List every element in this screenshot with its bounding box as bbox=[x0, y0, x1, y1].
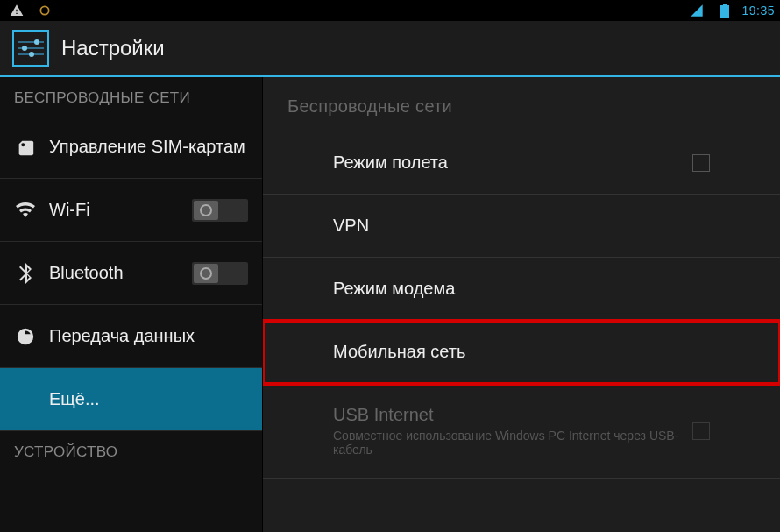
svg-point-6 bbox=[22, 46, 27, 51]
main-panel: Беспроводные сети Режим полета VPN Режим… bbox=[263, 77, 780, 532]
svg-rect-1 bbox=[720, 5, 729, 18]
usb-internet-checkbox bbox=[692, 422, 710, 440]
sidebar-item-sim[interactable]: Управление SIM-картам bbox=[0, 116, 262, 179]
list-item-label: USB Internet bbox=[333, 405, 692, 425]
svg-point-4 bbox=[34, 39, 39, 45]
android-settings-screen: 19:35 Настройки БЕСПРОВОДНЫЕ СЕТИ bbox=[0, 0, 780, 532]
sync-icon bbox=[33, 0, 56, 22]
wifi-icon bbox=[14, 199, 37, 222]
svg-rect-2 bbox=[723, 4, 727, 5]
list-item-airplane-mode[interactable]: Режим полета bbox=[263, 131, 780, 195]
battery-icon bbox=[713, 0, 736, 22]
sidebar-item-bluetooth[interactable]: Bluetooth bbox=[0, 242, 262, 305]
list-item-mobile-network[interactable]: Мобильная сеть bbox=[263, 321, 780, 384]
bluetooth-toggle[interactable] bbox=[192, 262, 248, 285]
sidebar-section-device: УСТРОЙСТВО bbox=[0, 431, 262, 470]
list-item-sub: Совместное использование Windows PC Inte… bbox=[333, 429, 692, 457]
sidebar-item-label: Bluetooth bbox=[49, 263, 180, 283]
warning-icon bbox=[5, 0, 28, 22]
sidebar-section-wireless: БЕСПРОВОДНЫЕ СЕТИ bbox=[0, 77, 262, 116]
body-split: БЕСПРОВОДНЫЕ СЕТИ Управление SIM-картам … bbox=[0, 77, 780, 532]
list-item-usb-internet: USB Internet Совместное использование Wi… bbox=[263, 384, 780, 479]
list-item-label: Мобильная сеть bbox=[333, 342, 710, 362]
svg-point-8 bbox=[29, 52, 34, 57]
airplane-checkbox[interactable] bbox=[692, 154, 710, 172]
sidebar-item-label: Управление SIM-картам bbox=[49, 137, 248, 157]
page-title: Настройки bbox=[61, 36, 165, 60]
signal-icon bbox=[685, 0, 708, 22]
settings-app-icon bbox=[12, 30, 49, 67]
sidebar: БЕСПРОВОДНЫЕ СЕТИ Управление SIM-картам … bbox=[0, 77, 263, 532]
clock-text: 19:35 bbox=[741, 4, 775, 18]
sidebar-item-data-usage[interactable]: Передача данных bbox=[0, 305, 262, 368]
list-item-label: Режим полета bbox=[333, 153, 692, 173]
list-item-vpn[interactable]: VPN bbox=[263, 195, 780, 258]
list-item-tethering[interactable]: Режим модема bbox=[263, 258, 780, 321]
list-item-label: Режим модема bbox=[333, 279, 710, 299]
data-usage-icon bbox=[14, 325, 37, 348]
sidebar-item-label: Wi-Fi bbox=[49, 200, 180, 220]
bluetooth-icon bbox=[14, 262, 37, 285]
sim-icon bbox=[14, 136, 37, 159]
sidebar-item-wifi[interactable]: Wi-Fi bbox=[0, 179, 262, 242]
list-item-label: VPN bbox=[333, 216, 710, 236]
svg-point-9 bbox=[21, 143, 25, 146]
wifi-toggle[interactable] bbox=[192, 199, 248, 222]
blank-icon bbox=[14, 388, 37, 411]
status-bar: 19:35 bbox=[0, 0, 780, 21]
sidebar-item-label: Ещё... bbox=[49, 389, 248, 409]
title-bar: Настройки bbox=[0, 21, 780, 77]
main-section-header: Беспроводные сети bbox=[263, 77, 780, 131]
svg-point-0 bbox=[40, 6, 48, 14]
sidebar-item-label: Передача данных bbox=[49, 326, 248, 346]
sidebar-item-more[interactable]: Ещё... bbox=[0, 368, 262, 431]
